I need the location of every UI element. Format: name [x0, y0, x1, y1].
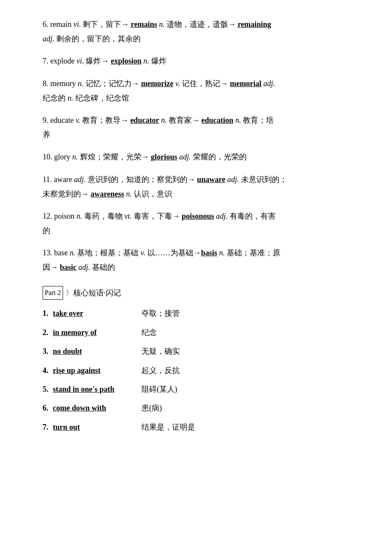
- phrase-2-meaning: 纪念: [141, 326, 157, 339]
- entry-7-line1: 7. explode vi. 爆炸→ explosion n. 爆炸: [43, 54, 358, 68]
- phrase-7-num: 7.: [43, 420, 53, 434]
- entry-7: 7. explode vi. 爆炸→ explosion n. 爆炸: [43, 54, 358, 68]
- entry-6: 6. remain vi. 剩下，留下→ remains n. 遗物，遗迹，遗骸…: [43, 17, 358, 46]
- phrase-4-term: rise up against: [53, 364, 138, 377]
- entry-11-line2: 未察觉到的→ awareness n. 认识，意识: [43, 187, 358, 201]
- entry-11-line1: 11. aware adj. 意识到的，知道的；察觉到的→ unaware ad…: [43, 172, 358, 187]
- entry-6-line2: adj. 剩余的，留下的，其余的: [43, 32, 358, 46]
- phrase-4-meaning: 起义，反抗: [141, 364, 180, 377]
- phrase-7-term: turn out: [53, 420, 138, 434]
- phrase-7-meaning: 结果是，证明是: [141, 420, 195, 434]
- entry-9: 9. educate v. 教育；教导→ educator n. 教育家→ ed…: [43, 113, 358, 142]
- phrase-1-term: take over: [53, 306, 138, 320]
- entry-10: 10. glory n. 辉煌；荣耀，光荣→ glorious adj. 荣耀的…: [43, 150, 358, 164]
- entry-11: 11. aware adj. 意识到的，知道的；察觉到的→ unaware ad…: [43, 172, 358, 201]
- phrase-5-meaning: 阻碍(某人): [141, 382, 177, 396]
- entry-9-line2: 养: [43, 127, 358, 142]
- entry-8-line2: 纪念的 n. 纪念碑，纪念馆: [43, 91, 358, 105]
- phrase-6-meaning: 患(病): [141, 401, 162, 415]
- entry-8: 8. memory n. 记忆；记忆力→ memorize v. 记住，熟记→ …: [43, 76, 358, 105]
- entry-8-line1: 8. memory n. 记忆；记忆力→ memorize v. 记住，熟记→ …: [43, 76, 358, 91]
- main-content: 6. remain vi. 剩下，留下→ remains n. 遗物，遗迹，遗骸…: [43, 17, 358, 434]
- phrase-3-term: no doubt: [53, 344, 138, 358]
- phrase-5-term: stand in one's path: [53, 382, 138, 396]
- phrase-3-num: 3.: [43, 344, 53, 358]
- phrase-2-num: 2.: [43, 326, 53, 339]
- entry-12-line2: 的: [43, 223, 358, 238]
- entry-13: 13. base n. 基地；根基；基础 v. 以……为基础→basis n. …: [43, 246, 358, 275]
- phrase-1: 1. take over 夺取；接管: [43, 306, 358, 320]
- part2-header: Part 2 〉 核心短语·闪记: [43, 286, 121, 300]
- entry-13-line2: 因→ basic adj. 基础的: [43, 260, 358, 275]
- phrase-4-num: 4.: [43, 364, 53, 377]
- phrase-7: 7. turn out 结果是，证明是: [43, 420, 358, 434]
- phrase-3: 3. no doubt 无疑，确实: [43, 344, 358, 358]
- phrase-1-num: 1.: [43, 306, 53, 320]
- phrase-1-meaning: 夺取；接管: [141, 306, 180, 320]
- part2-label: Part 2: [43, 286, 63, 300]
- entry-10-line1: 10. glory n. 辉煌；荣耀，光荣→ glorious adj. 荣耀的…: [43, 150, 358, 164]
- phrase-2-term: in memory of: [53, 326, 138, 339]
- entry-9-line1: 9. educate v. 教育；教导→ educator n. 教育家→ ed…: [43, 113, 358, 127]
- part2-title: 核心短语·闪记: [73, 286, 121, 300]
- phrase-5: 5. stand in one's path 阻碍(某人): [43, 382, 358, 396]
- phrase-5-num: 5.: [43, 382, 53, 396]
- entry-12-line1: 12. poison n. 毒药，毒物 vt. 毒害，下毒→ poisonous…: [43, 209, 358, 223]
- phrase-3-meaning: 无疑，确实: [141, 344, 180, 358]
- part2-chevron: 〉: [66, 286, 73, 300]
- phrase-6-term: come down with: [53, 401, 138, 415]
- phrase-2: 2. in memory of 纪念: [43, 326, 358, 339]
- entry-12: 12. poison n. 毒药，毒物 vt. 毒害，下毒→ poisonous…: [43, 209, 358, 238]
- phrase-4: 4. rise up against 起义，反抗: [43, 364, 358, 377]
- phrase-6-num: 6.: [43, 401, 53, 415]
- entry-13-line1: 13. base n. 基地；根基；基础 v. 以……为基础→basis n. …: [43, 246, 358, 260]
- phrases-list: 1. take over 夺取；接管 2. in memory of 纪念 3.…: [43, 306, 358, 434]
- phrase-6: 6. come down with 患(病): [43, 401, 358, 415]
- entry-6-line1: 6. remain vi. 剩下，留下→ remains n. 遗物，遗迹，遗骸…: [43, 17, 358, 32]
